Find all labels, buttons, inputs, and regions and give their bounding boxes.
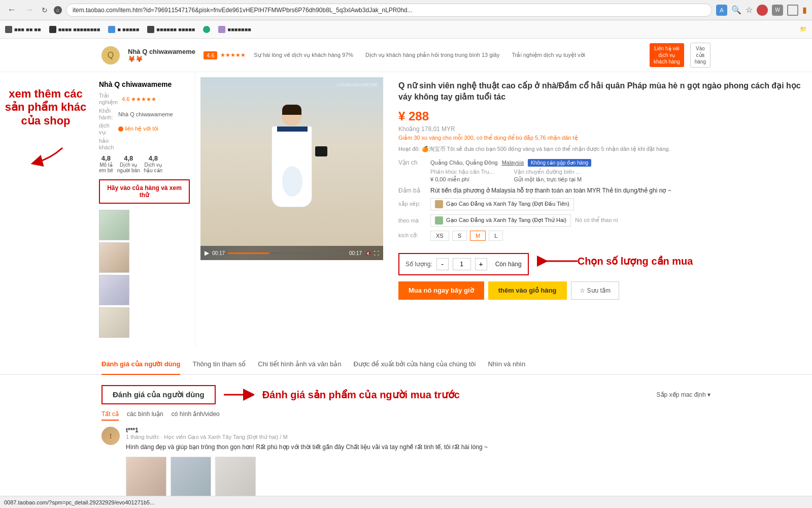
back-button[interactable]: ← (5, 5, 18, 15)
tab-nav: Đánh giá của người dùng Thông tin tham s… (0, 354, 812, 375)
bookmark-1[interactable]: ■■■ ■■ ■■ (5, 26, 41, 33)
location-row: Vận ch Quảng Châu, Quảng Đông Malaysia K… (398, 159, 802, 183)
translate-icon[interactable]: A (716, 5, 727, 16)
filter-comments[interactable]: các bình luận (127, 410, 163, 421)
sidebar-shop-name: Nhà Q chiwawameme (99, 80, 190, 88)
shipping-col2-title: Vận chuyển đường biên ... (514, 169, 592, 175)
shop-name: Nhà Q chiwawameme (128, 48, 195, 55)
variant-section: sắp xếp: Gạo Cao Đắng và Xanh Tây Tang (… (398, 198, 802, 241)
bookmark-6[interactable]: ■■■■■■■ (218, 26, 251, 33)
visit-shop-btn[interactable]: Hãy vào của hàng và xem thử (99, 179, 190, 204)
size-xs[interactable]: XS (430, 231, 449, 241)
thumbnail-2[interactable] (99, 242, 129, 273)
extension-icon[interactable]: W (772, 5, 783, 16)
location-label: Vận ch (398, 159, 426, 166)
bookmark-2[interactable]: ■■■■ ■■■■■■■■ (49, 26, 100, 33)
size-s[interactable]: S (452, 231, 467, 241)
filter-all[interactable]: Tất cả (101, 410, 119, 421)
variant-row-1: sắp xếp: Gạo Cao Đắng và Xanh Tây Tang (… (398, 198, 802, 210)
quantity-section: Số lượng: - + Còn hàng (398, 253, 529, 275)
review-image-1[interactable] (126, 457, 166, 497)
folder-icon[interactable]: 📁 (800, 26, 807, 33)
home-button[interactable]: ⌂ (54, 6, 62, 14)
menu-icon[interactable]: ▮ (802, 5, 807, 15)
contact-label[interactable]: liên hệ với tôi (125, 125, 158, 132)
enter-shop-label: Vào cửa hàng (695, 46, 706, 65)
variant-label-2: theo mà (398, 217, 426, 224)
refresh-button[interactable]: ↻ (40, 6, 50, 14)
qty-annotation-label: Chọn số lượng cần mua (578, 255, 693, 267)
reviews-sort[interactable]: Sắp xếp mac định ▾ (657, 391, 710, 398)
sidebar-contact-val: liên hệ với tôi (118, 125, 158, 133)
variant-swatch-1 (435, 200, 443, 208)
tab-reviews[interactable]: Đánh giá của người dùng (101, 354, 180, 375)
tab-specs[interactable]: Thông tin tham số (192, 354, 246, 375)
reviewer-meta: 1 tháng trước · Học viên Gạo và Xanh Tây… (126, 434, 710, 440)
bottom-url-bar: 0087.taobao.com/?spm=pc_detail.29232929/… (0, 496, 812, 508)
video-play-btn[interactable]: ▶ (205, 249, 209, 257)
location-tags: Quảng Châu, Quảng Đông Malaysia Không cầ… (430, 159, 591, 183)
bookmark-4[interactable]: ■■■■■■ ■■■■■ (147, 26, 195, 33)
url-bar[interactable] (66, 4, 712, 17)
window-icon[interactable] (787, 5, 798, 16)
reviewer-avatar: t (101, 427, 120, 445)
review-content: t***1 1 tháng trước · Học viên Gạo và Xa… (126, 427, 710, 507)
profile-icon[interactable] (757, 5, 768, 16)
contact-service-btn[interactable]: Liên hệ với dịch vụ khách hàng (650, 43, 684, 67)
bookmark-5[interactable] (203, 26, 210, 33)
video-fullscreen-btn[interactable]: ⛶ (374, 250, 379, 256)
tab-details[interactable]: Chi tiết hình ảnh và văn bản (258, 354, 341, 375)
bottom-url-text: 0087.taobao.com/?spm=pc_detail.29232929/… (4, 499, 154, 505)
annotation-left-text: xem thêm các sản phẩm khác của shop (0, 87, 91, 128)
enter-shop-btn[interactable]: Vào cửa hàng (690, 43, 710, 68)
no-order-badge: Không cần gộp đơn hàng (528, 159, 591, 167)
qty-minus-btn[interactable]: - (436, 258, 449, 270)
video-progress-fill (228, 252, 269, 254)
forward-button[interactable]: → (22, 5, 36, 15)
sidebar-from-val: Nhà Q chiwawameme (118, 111, 173, 117)
wishlist-btn[interactable]: ☆ Sưu tầm (571, 281, 619, 300)
thumbnail-1[interactable] (99, 210, 129, 240)
qty-input[interactable] (453, 258, 471, 270)
thumbnail-3[interactable] (99, 275, 129, 305)
tab-recommended[interactable]: Được đề xuất bởi cửa hàng của chúng tôi (353, 354, 476, 375)
location-malaysia[interactable]: Malaysia (502, 160, 524, 166)
add-to-cart-btn[interactable]: thêm vào giỏ hàng (488, 281, 567, 300)
qty-plus-btn[interactable]: + (475, 258, 487, 270)
bookmark-3[interactable]: ■ ■■■■■ (108, 26, 139, 33)
bookmark-icon[interactable]: ☆ (746, 5, 753, 15)
size-m[interactable]: M (470, 231, 486, 241)
thumbnail-4[interactable] (99, 307, 129, 338)
sidebar-trial-label: Trải nghiệm (99, 92, 118, 106)
variant-swatch-2 (435, 216, 443, 225)
qty-arrow-wrapper: Chọn số lượng cần mua (537, 253, 693, 269)
score-3: 4,8 Dịch vụ hậu cần (144, 154, 162, 173)
shop-avatar: Q (101, 46, 120, 65)
buy-now-btn[interactable]: Mua nó ngay bây giờ (398, 281, 484, 300)
video-progress-bar[interactable] (228, 252, 346, 254)
reviews-title-box: Đánh giá của người dùng (101, 385, 216, 404)
annotation-left-arrow (22, 131, 69, 183)
variant-option-1[interactable]: Gạo Cao Đắng và Xanh Tây Tang (Đợt Đầu T… (430, 198, 574, 210)
sidebar-scores: 4,8 Mô tả em bé 4,8 Dịch vụ người bán 4,… (99, 154, 190, 173)
figure-dress (272, 126, 312, 207)
filter-images[interactable]: có hình ảnh/video (172, 410, 220, 421)
score-1: 4,8 Mô tả em bé (99, 154, 113, 173)
video-volume-btn[interactable]: 🔇 (365, 250, 371, 256)
size-l[interactable]: L (489, 231, 503, 241)
search-icon[interactable]: 🔍 (731, 5, 741, 15)
review-image-2[interactable] (171, 457, 211, 497)
browser-icons: A 🔍 ☆ W ▮ (716, 5, 807, 16)
variant-option-2[interactable]: Gạo Cao Đắng và Xanh Tây Tang (Đợt Thứ H… (430, 214, 571, 227)
tab-looklook[interactable]: Nhìn và nhìn (488, 354, 526, 375)
shop-meta3: Trải nghiệm dịch vụ tuyệt vời (512, 52, 585, 58)
review-image-3[interactable] (215, 457, 256, 497)
location-quangchau[interactable]: Quảng Châu, Quảng Đông (430, 160, 498, 166)
review-filter-tabs: Tất cả các bình luận có hình ảnh/video (101, 410, 710, 421)
wishlist-label: Sưu tầm (587, 287, 611, 294)
bookmarks-bar: ■■■ ■■ ■■ ■■■■ ■■■■■■■■ ■ ■■■■■ ■■■■■■ ■… (0, 20, 812, 39)
size-label: kích cỡ: (398, 232, 426, 239)
benefit-text: Hoạt đô: 🍊淘宝币 Tôi sẽ đưa cho bạn 500 đồn… (398, 145, 802, 153)
product-video[interactable]: CHIWAWAMEME ▶ 00:17 00:17 🔇 ⛶ (200, 77, 383, 260)
payment-row: Đảm bả Rút tiền địa phương ở Malaysia hỗ… (398, 187, 802, 194)
